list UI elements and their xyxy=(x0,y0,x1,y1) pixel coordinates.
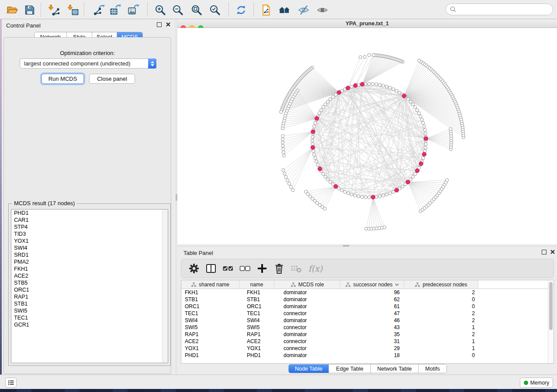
cell-name: SWI5 xyxy=(239,324,274,331)
tab-network-table[interactable]: Network Table xyxy=(371,364,419,373)
tab-node-table[interactable]: Node Table xyxy=(289,364,329,373)
mcds-result-list[interactable]: PHD1CAR1STP4TID3YOX1SWI4SRD1PMA2FKH1ACE2… xyxy=(11,209,168,363)
table-scrollbar-thumb[interactable] xyxy=(549,282,553,330)
mcds-result-item[interactable]: FKH1 xyxy=(11,265,168,272)
delete-table-button[interactable] xyxy=(291,263,302,274)
memory-button[interactable]: Memory xyxy=(520,378,553,388)
add-column-button[interactable] xyxy=(256,263,268,274)
mcds-result-item[interactable]: PMA2 xyxy=(11,258,168,265)
table-row[interactable]: YOX1YOX1connector291 xyxy=(181,345,554,352)
close-panel-button[interactable]: Close panel xyxy=(89,74,135,84)
table-row[interactable]: SWI5SWI5connector431 xyxy=(181,324,554,331)
cell-predecessor-nodes: 0 xyxy=(404,296,478,303)
cell-name: ACE2 xyxy=(239,338,274,345)
table-row[interactable]: STB1STB1dominator620 xyxy=(181,296,554,303)
mcds-result-item[interactable]: TID3 xyxy=(11,230,168,237)
mcds-result-item[interactable]: ORC1 xyxy=(11,286,168,293)
cell-MCDS-role: dominator xyxy=(274,331,340,338)
criterion-select[interactable]: largest connected component (undirected) xyxy=(20,58,156,69)
first-neighbors-button[interactable] xyxy=(259,3,273,17)
column-header-successor-nodes[interactable]: successor nodes xyxy=(340,280,404,289)
cell-successor-nodes: 35 xyxy=(340,331,404,338)
mcds-result-item[interactable]: RAP1 xyxy=(11,293,168,300)
close-panel-icon[interactable] xyxy=(550,249,555,254)
column-header-MCDS-role[interactable]: MCDS role xyxy=(274,280,340,289)
deselect-all-rows-button[interactable] xyxy=(239,263,251,274)
splitter-grip[interactable] xyxy=(176,194,177,201)
task-history-button[interactable] xyxy=(5,378,17,388)
tab-motifs[interactable]: Motifs xyxy=(419,364,446,373)
column-header-shared-name[interactable]: shared name xyxy=(181,280,239,289)
table-row[interactable]: ACE2ACE2connector311 xyxy=(181,338,554,345)
mcds-result-item[interactable]: CAR1 xyxy=(11,217,168,224)
open-file-button[interactable] xyxy=(6,3,19,17)
mcds-result-item[interactable]: STB5 xyxy=(11,279,168,286)
table-row[interactable]: ORC1ORC1dominator610 xyxy=(181,303,554,310)
table-row[interactable]: FKH1FKH1dominator962 xyxy=(181,289,554,296)
save-session-button[interactable] xyxy=(23,3,36,17)
gear-icon xyxy=(188,263,200,274)
function-builder-button[interactable]: f(x) xyxy=(308,263,323,274)
apply-layout-button[interactable] xyxy=(235,3,248,17)
eye-slash-icon xyxy=(298,4,310,16)
cell-successor-nodes: 96 xyxy=(340,289,404,296)
search-input[interactable] xyxy=(459,6,553,13)
network-view-window: YPA_prune.txt_1 xyxy=(177,19,557,244)
hide-selected-button[interactable] xyxy=(297,3,310,17)
attribute-type-icon xyxy=(291,282,296,287)
mcds-result-item[interactable]: STP4 xyxy=(11,224,168,230)
import-table-button[interactable] xyxy=(66,3,80,17)
cell-predecessor-nodes: 0 xyxy=(404,352,478,359)
column-header-predecessor-nodes[interactable]: predecessor nodes xyxy=(404,280,478,289)
export-table-button[interactable] xyxy=(109,3,122,17)
network-graph[interactable] xyxy=(177,28,557,244)
mcds-result-item[interactable]: SWI5 xyxy=(11,307,168,314)
mcds-result-item[interactable]: ACE2 xyxy=(11,272,168,279)
cell-MCDS-role: connector xyxy=(274,345,340,352)
zoom-fit-button[interactable] xyxy=(190,3,203,17)
table-scrollbar-track[interactable] xyxy=(548,280,554,363)
mcds-result-item[interactable]: YOX1 xyxy=(11,237,168,244)
close-panel-icon[interactable] xyxy=(166,22,171,27)
column-header-name[interactable]: name xyxy=(239,280,274,289)
search-field[interactable] xyxy=(446,3,553,15)
table-row[interactable]: PHD1PHD1dominator180 xyxy=(181,352,554,359)
zoom-in-button[interactable] xyxy=(154,3,167,17)
table-settings-button[interactable] xyxy=(188,263,200,274)
cell-shared-name: TEC1 xyxy=(181,310,239,317)
network-canvas[interactable] xyxy=(177,28,557,244)
zoom-selected-button[interactable] xyxy=(208,3,221,17)
mcds-result-item[interactable]: SWI4 xyxy=(11,244,168,251)
table-row[interactable]: SWI4SWI4dominator462 xyxy=(181,317,554,324)
show-all-button[interactable] xyxy=(316,3,329,17)
select-all-rows-button[interactable] xyxy=(222,263,234,274)
zoom-out-button[interactable] xyxy=(171,3,184,17)
table-row[interactable]: RAP1RAP1dominator352 xyxy=(181,331,554,338)
cell-MCDS-role: dominator xyxy=(274,289,340,296)
delete-column-button[interactable] xyxy=(273,263,285,274)
show-columns-button[interactable] xyxy=(205,263,217,274)
save-floppy-icon xyxy=(24,4,36,16)
float-panel-icon[interactable] xyxy=(157,22,162,27)
export-image-button[interactable] xyxy=(127,3,140,17)
mcds-result-item[interactable]: STB1 xyxy=(11,300,168,307)
export-network-button[interactable] xyxy=(93,3,106,17)
mcds-result-item[interactable]: TEC1 xyxy=(11,314,168,321)
network-window-titlebar[interactable]: YPA_prune.txt_1 xyxy=(177,19,557,28)
table-row[interactable]: TEC1TEC1connector472 xyxy=(181,310,554,317)
list-icon xyxy=(7,379,15,386)
status-bar: Memory xyxy=(0,375,557,389)
mcds-result-item[interactable]: PHD1 xyxy=(11,210,168,217)
mcds-result-item[interactable]: SRD1 xyxy=(11,251,168,258)
run-mcds-button[interactable]: Run MCDS xyxy=(42,74,84,84)
unchecked-boxes-icon xyxy=(239,263,251,274)
float-panel-icon[interactable] xyxy=(542,250,547,254)
criterion-selected-value: largest connected component (undirected) xyxy=(20,60,148,67)
mcds-result-item[interactable]: GCR1 xyxy=(11,321,168,328)
list-scrollbar-track[interactable] xyxy=(162,210,168,363)
import-network-button[interactable] xyxy=(47,3,60,17)
splitter-grip[interactable] xyxy=(343,245,349,247)
home-button[interactable] xyxy=(278,3,291,17)
mcds-result-title: MCDS result (17 nodes) xyxy=(12,200,76,206)
tab-edge-table[interactable]: Edge Table xyxy=(329,364,371,373)
